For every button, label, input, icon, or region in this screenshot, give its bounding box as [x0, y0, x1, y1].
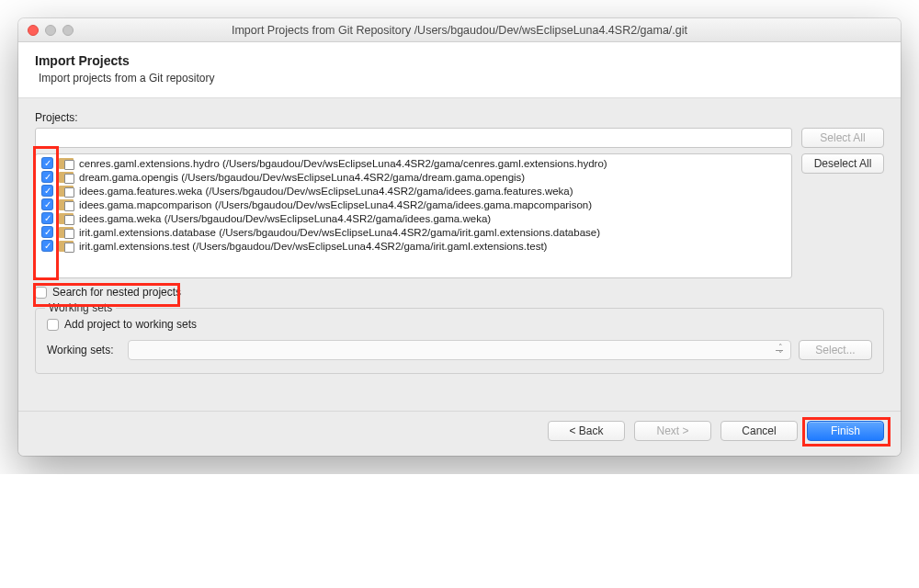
search-nested-checkbox[interactable]: [35, 287, 47, 299]
search-nested-row[interactable]: Search for nested projects: [35, 286, 884, 299]
projects-filter-input[interactable]: [35, 128, 792, 148]
working-sets-combo[interactable]: ˄˅: [128, 340, 791, 360]
folder-icon: [59, 158, 74, 169]
folder-icon: [59, 172, 74, 183]
project-checkbox[interactable]: [41, 198, 53, 210]
project-checkbox[interactable]: [41, 185, 53, 197]
folder-icon: [59, 186, 74, 197]
project-label: irit.gaml.extensions.test (/Users/bgaudo…: [79, 241, 547, 252]
select-all-button[interactable]: Select All: [801, 128, 884, 148]
projects-list[interactable]: cenres.gaml.extensions.hydro (/Users/bga…: [35, 153, 792, 278]
next-button[interactable]: Next >: [634, 421, 711, 441]
add-to-working-sets-checkbox[interactable]: [47, 319, 59, 331]
folder-icon: [59, 199, 74, 210]
project-label: dream.gama.opengis (/Users/bgaudou/Dev/w…: [79, 172, 525, 183]
project-checkbox[interactable]: [41, 212, 53, 224]
select-working-sets-button[interactable]: Select...: [799, 340, 872, 360]
page-subtitle: Import projects from a Git repository: [39, 72, 884, 85]
project-list-item[interactable]: idees.gama.weka (/Users/bgaudou/Dev/wsEc…: [36, 211, 791, 225]
project-list-item[interactable]: irit.gaml.extensions.test (/Users/bgaudo…: [36, 239, 791, 253]
project-checkbox[interactable]: [41, 240, 53, 252]
search-nested-label: Search for nested projects: [52, 286, 181, 299]
project-checkbox[interactable]: [41, 157, 53, 169]
project-checkbox[interactable]: [41, 226, 53, 238]
project-label: idees.gama.weka (/Users/bgaudou/Dev/wsEc…: [79, 213, 491, 224]
working-sets-row-label: Working sets:: [47, 344, 120, 356]
working-sets-group: Working sets Add project to working sets…: [35, 308, 884, 374]
project-label: idees.gama.mapcomparison (/Users/bgaudou…: [79, 199, 592, 210]
folder-icon: [59, 227, 74, 238]
projects-label: Projects:: [35, 111, 884, 124]
working-sets-group-label: Working sets: [45, 301, 116, 314]
project-label: irit.gaml.extensions.database (/Users/bg…: [79, 227, 600, 238]
project-list-item[interactable]: irit.gaml.extensions.database (/Users/bg…: [36, 225, 791, 239]
wizard-header: Import Projects Import projects from a G…: [18, 42, 901, 98]
cancel-button[interactable]: Cancel: [720, 421, 798, 441]
deselect-all-button[interactable]: Deselect All: [801, 153, 884, 174]
zoom-window-icon: [62, 25, 74, 36]
close-window-icon[interactable]: [28, 25, 39, 36]
project-list-item[interactable]: dream.gama.opengis (/Users/bgaudou/Dev/w…: [36, 170, 791, 184]
project-list-item[interactable]: idees.gama.mapcomparison (/Users/bgaudou…: [36, 198, 791, 211]
chevron-updown-icon: ˄˅: [778, 344, 783, 358]
window-controls: [28, 25, 74, 36]
folder-icon: [59, 213, 74, 224]
project-label: cenres.gaml.extensions.hydro (/Users/bga…: [79, 158, 607, 169]
window-titlebar: Import Projects from Git Repository /Use…: [18, 18, 901, 42]
project-label: idees.gama.features.weka (/Users/bgaudou…: [79, 186, 573, 197]
project-list-item[interactable]: cenres.gaml.extensions.hydro (/Users/bga…: [36, 156, 791, 170]
finish-button[interactable]: Finish: [807, 421, 884, 441]
minimize-window-icon: [45, 25, 56, 36]
window-title: Import Projects from Git Repository /Use…: [28, 24, 891, 37]
add-to-working-sets-label: Add project to working sets: [64, 318, 197, 331]
page-title: Import Projects: [35, 53, 884, 68]
project-checkbox[interactable]: [41, 171, 53, 183]
back-button[interactable]: < Back: [548, 421, 625, 441]
project-list-item[interactable]: idees.gama.features.weka (/Users/bgaudou…: [36, 184, 791, 198]
folder-icon: [59, 241, 74, 252]
wizard-footer: < Back Next > Cancel Finish: [18, 411, 901, 456]
